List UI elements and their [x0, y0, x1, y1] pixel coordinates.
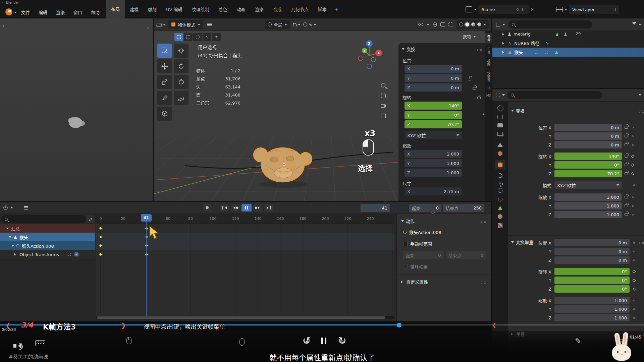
current-frame-field[interactable]: 41: [361, 204, 390, 212]
scale-x-field[interactable]: 1.000: [554, 193, 622, 201]
rotation-x-field[interactable]: X140°: [405, 102, 462, 110]
outliner-search-input[interactable]: [508, 20, 592, 28]
tab-physics-icon[interactable]: [498, 188, 502, 193]
scale-x-field[interactable]: X1.000: [405, 150, 462, 158]
decorator-dot-icon[interactable]: [632, 196, 634, 198]
jump-to-end-button[interactable]: [264, 204, 273, 212]
tab-uv-editing[interactable]: UV 编辑: [161, 6, 187, 12]
player-pause-button[interactable]: [321, 338, 326, 344]
tab-compositing[interactable]: 合成: [268, 6, 286, 12]
tab-rendering[interactable]: 渲染: [250, 6, 268, 12]
tool-add-cube[interactable]: [157, 107, 172, 121]
lock-icon[interactable]: [625, 196, 628, 198]
navigation-gizmo[interactable]: Z Y X: [355, 38, 383, 69]
panel-grip-icon[interactable]: [481, 221, 482, 222]
select-extend-button[interactable]: +: [212, 33, 221, 41]
pause-button[interactable]: [241, 204, 252, 212]
keyframe-diamond[interactable]: [99, 226, 102, 230]
tool-measure[interactable]: [174, 91, 189, 105]
prev-keyframe-button[interactable]: [231, 204, 239, 212]
channel-search-input[interactable]: [1, 215, 86, 223]
tab-texture-paint[interactable]: 纹理绘制: [187, 6, 214, 12]
tab-particles-icon[interactable]: [499, 182, 501, 184]
tab-viewlayer-icon[interactable]: [497, 132, 503, 136]
transform-panel-header[interactable]: 变换: [508, 102, 644, 114]
scene-copy-icon[interactable]: [522, 8, 525, 11]
decorator-diamond-icon[interactable]: [631, 155, 635, 158]
mode-dropdown[interactable]: 物体模式: [168, 20, 203, 29]
editor-type-button[interactable]: [157, 22, 166, 27]
select-lasso-button[interactable]: ∿: [203, 33, 211, 41]
frame-end-field[interactable]: 结束点250: [443, 204, 484, 212]
action-end-field[interactable]: 结束点0: [446, 251, 486, 259]
region-expand-icon[interactable]: ›: [3, 22, 5, 29]
decorator-dot-icon[interactable]: [632, 144, 634, 146]
ortho-grid-icon[interactable]: [381, 114, 386, 118]
keyframe-diamond[interactable]: [99, 252, 102, 256]
select-box-button[interactable]: [184, 33, 193, 41]
decorator-dot-icon[interactable]: [632, 135, 634, 137]
mini-monkey-object[interactable]: [69, 117, 82, 128]
xray-toggle-icon[interactable]: [448, 22, 453, 26]
notes-pencil-icon[interactable]: ✎: [575, 337, 581, 345]
viewlayer-icon[interactable]: [556, 7, 563, 12]
expand-caret-icon[interactable]: [502, 33, 505, 36]
delta-loc-z-field[interactable]: 0 m: [554, 256, 630, 264]
side-tab-tool[interactable]: 工具: [485, 46, 492, 56]
filter-caret-icon[interactable]: [639, 24, 641, 27]
lock-icon[interactable]: [468, 78, 471, 80]
tool-move[interactable]: [157, 59, 172, 73]
menu-render[interactable]: 渲染: [52, 8, 68, 17]
location-y-field[interactable]: Y0 m: [405, 74, 462, 82]
lock-icon[interactable]: [625, 143, 628, 146]
menu-help[interactable]: 帮助: [87, 8, 103, 17]
decorator-dot-icon[interactable]: [633, 251, 635, 252]
location-x-field[interactable]: X0 m: [405, 65, 462, 73]
delta-loc-y-field[interactable]: 0 m: [554, 248, 630, 255]
outliner-editor-icon[interactable]: [496, 23, 500, 26]
lock-icon[interactable]: [625, 213, 628, 216]
delta-scale-y-field[interactable]: 1.000: [554, 305, 630, 313]
panel-grip-icon[interactable]: [639, 111, 640, 111]
side-tab-item[interactable]: 条目: [485, 33, 492, 44]
tab-tool-icon[interactable]: [496, 105, 503, 112]
shading-caret-icon[interactable]: [483, 24, 486, 27]
tool-scale[interactable]: [157, 75, 172, 89]
location-z-field[interactable]: Z0 m: [405, 83, 462, 92]
playhead-tag[interactable]: 41: [141, 214, 152, 222]
timeline-menu-icon[interactable]: [24, 207, 28, 208]
lock-icon[interactable]: [473, 87, 476, 90]
delta-rot-z-field[interactable]: 0°: [554, 285, 630, 293]
region-collapse-icon[interactable]: ‹: [147, 24, 149, 31]
outliner-row-metarig[interactable]: metarig 29: [492, 29, 644, 39]
properties-options-caret-icon[interactable]: [639, 94, 641, 97]
rot-y-field[interactable]: 0°: [554, 161, 622, 169]
properties-editor-caret-icon[interactable]: [502, 94, 505, 97]
tab-texture-icon[interactable]: [498, 223, 502, 228]
decorator-dot-icon[interactable]: [633, 317, 635, 319]
shading-material-icon[interactable]: [471, 22, 475, 26]
action-panel-header[interactable]: 动作: [397, 214, 491, 224]
side-tab-ra[interactable]: RA: [486, 85, 490, 91]
keyboard-icon[interactable]: [35, 340, 45, 346]
scene-browse-caret-icon[interactable]: [474, 9, 477, 12]
action-start-field[interactable]: 起始0: [403, 251, 444, 259]
channel-swap-button[interactable]: ⇄: [87, 215, 95, 223]
lock-icon[interactable]: [625, 135, 628, 137]
decorator-dot-icon[interactable]: [632, 205, 634, 207]
channel-modifier-icon[interactable]: [68, 253, 71, 256]
expand-caret-icon[interactable]: [502, 51, 505, 54]
progress-bar-remaining[interactable]: [399, 324, 644, 325]
camera-view-icon[interactable]: [381, 104, 386, 108]
tab-shading[interactable]: 着色: [214, 6, 232, 12]
tab-sculpting[interactable]: 雕刻: [143, 6, 161, 12]
tab-scene-icon[interactable]: [497, 140, 503, 147]
lock-icon[interactable]: [625, 164, 628, 166]
viewlayer-copy-icon[interactable]: [613, 8, 616, 11]
viewlayer-name-field[interactable]: ViewLayer: [569, 5, 619, 14]
progress-scrubber[interactable]: [397, 323, 401, 327]
delta-rot-x-field[interactable]: 0°: [554, 268, 630, 275]
panel-grip-icon[interactable]: [477, 49, 478, 50]
viewport-canvas[interactable]: ∿ + 选项 用户透视 (: [154, 31, 491, 201]
proportional-edit-toggle[interactable]: ∿: [303, 22, 316, 27]
